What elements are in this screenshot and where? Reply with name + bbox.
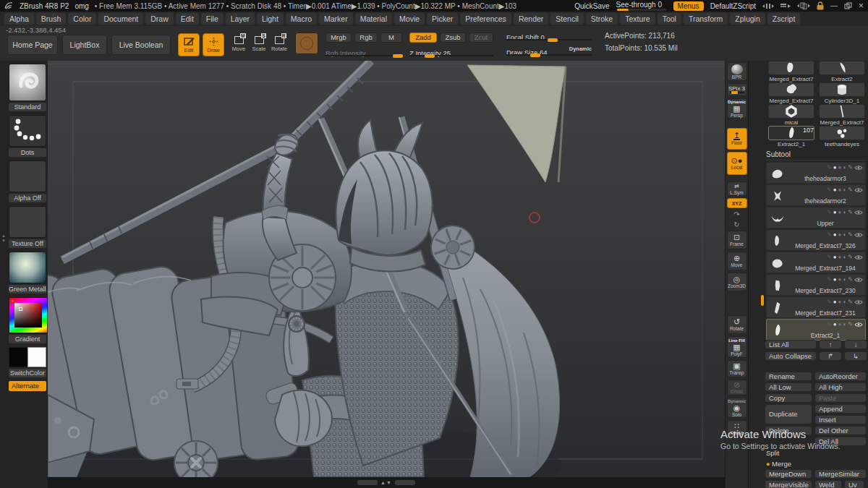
scroll-arrows[interactable]: ▲▼ bbox=[380, 480, 392, 485]
tool-tile-extract2[interactable]: Extract2 bbox=[818, 61, 866, 82]
menu-file[interactable]: File bbox=[201, 13, 224, 25]
stroke-label[interactable]: Dots bbox=[9, 148, 46, 157]
tool-tile-extract2-1-selected[interactable]: 107 Extract2_1 bbox=[767, 126, 815, 147]
transparency-button[interactable]: ▣Transp bbox=[727, 360, 747, 377]
scroll-bar-right[interactable] bbox=[395, 480, 415, 485]
subtool-toggles[interactable]: ✎●●◐✎ bbox=[827, 299, 863, 305]
menu-zplugin[interactable]: Zplugin bbox=[730, 13, 765, 25]
append-button[interactable]: Append bbox=[814, 404, 867, 414]
del-all-button[interactable]: Del All bbox=[814, 437, 867, 446]
layout-bars-icon[interactable] bbox=[780, 3, 791, 9]
del-other-button[interactable]: Del Other bbox=[814, 426, 867, 435]
m-toggle[interactable]: M bbox=[380, 33, 402, 43]
page-switch-icon[interactable] bbox=[797, 2, 810, 9]
zoom3d-button[interactable]: ◎Zoom3D bbox=[727, 273, 747, 291]
alpha-thumbnail[interactable] bbox=[9, 160, 46, 192]
menu-material[interactable]: Material bbox=[355, 13, 392, 25]
eye-icon[interactable] bbox=[854, 165, 863, 171]
alpha-label[interactable]: Alpha Off bbox=[9, 194, 46, 202]
minimize-button[interactable]: — bbox=[830, 2, 838, 9]
subtool-row[interactable]: ✎●●◐✎ Merged_Extract7_230 bbox=[766, 274, 866, 296]
menu-layer[interactable]: Layer bbox=[226, 13, 255, 25]
subtool-toggles[interactable]: ✎●●◐✎ bbox=[827, 187, 863, 193]
solo-button[interactable]: Dynamic◉Solo bbox=[727, 398, 747, 418]
rename-button[interactable]: Rename bbox=[765, 372, 812, 381]
mrgb-toggle[interactable]: Mrgb bbox=[326, 33, 352, 43]
stroke-thumbnail-dots[interactable] bbox=[9, 115, 46, 147]
ghost-button[interactable]: ⊘Ghost bbox=[727, 380, 747, 395]
subtool-row-selected[interactable]: ✎●●◐✎ Extract2_1 bbox=[766, 319, 866, 341]
move-mode-button[interactable]: M Move bbox=[230, 36, 247, 55]
menu-preferences[interactable]: Preferences bbox=[460, 13, 511, 25]
brush-thumbnail-standard[interactable] bbox=[9, 64, 46, 101]
subtool-row[interactable]: ✎●●◐✎ Upper bbox=[766, 207, 866, 228]
edit-mode-button[interactable]: Edit bbox=[178, 33, 200, 56]
menu-edit[interactable]: Edit bbox=[176, 13, 199, 25]
eye-icon[interactable] bbox=[854, 277, 863, 283]
divider-pager-icon[interactable] bbox=[762, 3, 774, 9]
brush-label[interactable]: Standard bbox=[9, 103, 46, 111]
floor-grid-button[interactable]: ↥Floor bbox=[727, 128, 747, 150]
move-up-button[interactable]: ↑ bbox=[819, 340, 842, 349]
scroll-bar-left[interactable] bbox=[357, 480, 378, 485]
local-symmetry-button[interactable]: ⊙●Local bbox=[727, 152, 747, 175]
menu-brush[interactable]: Brush bbox=[36, 13, 66, 25]
merge-down-button[interactable]: MergeDown bbox=[765, 469, 812, 479]
subtool-row[interactable]: ✎●●◐✎ theheadarmor3 bbox=[766, 162, 866, 184]
alternate-button[interactable]: Alternate bbox=[9, 381, 46, 391]
perspective-button[interactable]: Dynamic▦Persp bbox=[727, 98, 747, 119]
tool-tile-cylinder3d[interactable]: Cylinder3D_1 bbox=[818, 82, 866, 104]
texture-label[interactable]: Texture Off bbox=[9, 239, 46, 248]
uv-button[interactable]: Uv bbox=[844, 480, 864, 488]
see-through-knob[interactable] bbox=[617, 9, 629, 11]
duplicate-button[interactable]: Duplicate bbox=[765, 404, 812, 424]
home-page-button[interactable]: Home Page bbox=[7, 35, 58, 55]
menu-transform[interactable]: Transform bbox=[684, 13, 728, 25]
canvas-bottom-scrollbar[interactable]: ▲▼ bbox=[48, 477, 725, 488]
menu-stencil[interactable]: Stencil bbox=[550, 13, 584, 25]
menu-draw[interactable]: Draw bbox=[145, 13, 174, 25]
quicksave-button[interactable]: QuickSave bbox=[574, 2, 609, 10]
tool-tile-mical[interactable]: mical bbox=[767, 104, 815, 126]
list-all-button[interactable]: List All bbox=[765, 340, 817, 349]
zcut-toggle[interactable]: Zcut bbox=[469, 33, 493, 43]
subtool-toggles[interactable]: ✎●●◐✎ bbox=[827, 254, 863, 260]
menu-alpha[interactable]: Alpha bbox=[4, 13, 34, 25]
menu-zscript[interactable]: Zscript bbox=[767, 13, 801, 25]
lightbox-button[interactable]: LightBox bbox=[62, 35, 107, 55]
draw-mode-button[interactable]: Draw bbox=[203, 33, 224, 56]
current-color-swatch[interactable] bbox=[295, 33, 318, 54]
draw-size-knob[interactable] bbox=[530, 53, 540, 57]
subtool-toggles[interactable]: ✎●●◐✎ bbox=[827, 209, 863, 215]
auto-collapse-button[interactable]: Auto Collapse bbox=[765, 351, 817, 361]
all-low-button[interactable]: All Low bbox=[765, 382, 812, 392]
shift-down-button[interactable]: ↳ bbox=[844, 351, 867, 361]
secondary-color-swatch[interactable] bbox=[27, 347, 46, 367]
menu-tool[interactable]: Tool bbox=[658, 13, 681, 25]
copy-button[interactable]: Copy bbox=[765, 393, 812, 403]
menu-texture[interactable]: Texture bbox=[620, 13, 655, 25]
move-down-button[interactable]: ↓ bbox=[844, 340, 867, 349]
merge-visible-button[interactable]: MergeVisible bbox=[765, 480, 812, 488]
eye-icon[interactable] bbox=[854, 232, 863, 238]
rotate-view-button[interactable]: ↺Rotate bbox=[727, 315, 747, 334]
lock-icon[interactable] bbox=[817, 1, 824, 10]
rgb-intensity-knob[interactable] bbox=[393, 54, 403, 58]
tool-tile-merged-extract[interactable]: Merged_Extract7 bbox=[818, 104, 866, 126]
split-section-label[interactable]: Split bbox=[765, 448, 867, 457]
insert-button[interactable]: Insert bbox=[814, 415, 867, 424]
scale-mode-button[interactable]: S Scale bbox=[250, 36, 268, 55]
switch-color-button[interactable]: SwitchColor bbox=[9, 369, 46, 377]
zadd-toggle[interactable]: Zadd bbox=[409, 33, 437, 43]
bpr-render-button[interactable]: BPR bbox=[727, 62, 747, 81]
menu-render[interactable]: Render bbox=[514, 13, 548, 25]
saturation-square[interactable] bbox=[14, 303, 42, 328]
merge-similar-button[interactable]: MergeSimilar bbox=[814, 469, 867, 479]
z-intensity-knob[interactable] bbox=[425, 54, 435, 58]
default-zscript-button[interactable]: DefaultZScript bbox=[710, 2, 756, 10]
tool-tile-merged-extract[interactable]: Merged_Extract7 bbox=[767, 61, 815, 82]
menu-macro[interactable]: Macro bbox=[286, 13, 317, 25]
menu-picker[interactable]: Picker bbox=[427, 13, 458, 25]
subtool-row[interactable]: ✎●●◐✎ theheadarmor2 bbox=[766, 184, 866, 206]
gradient-label[interactable]: Gradient bbox=[9, 335, 46, 343]
